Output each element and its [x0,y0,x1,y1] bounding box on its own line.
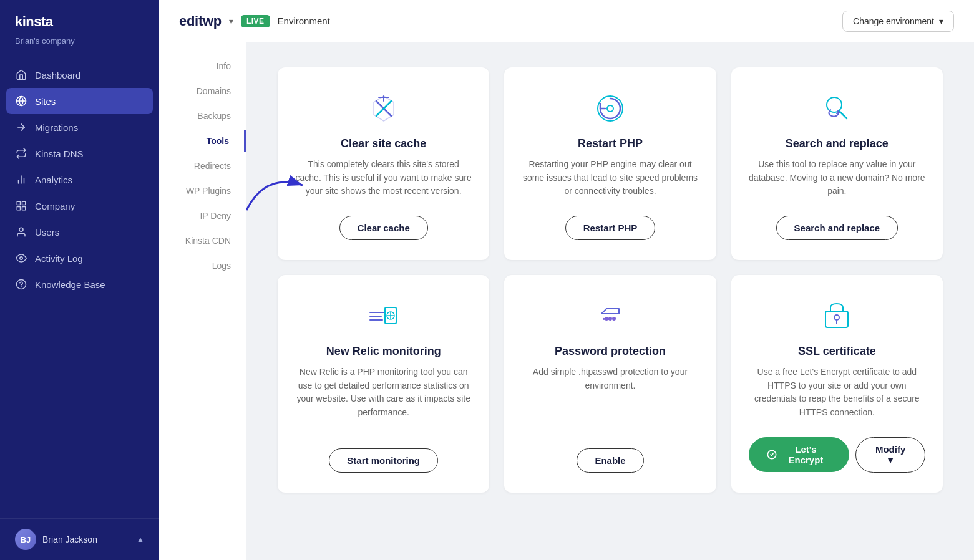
change-environment-button[interactable]: Change environment ▾ [842,11,954,32]
search-replace-desc: Use this tool to replace any value in yo… [749,158,925,198]
sidebar-item-knowledge-base-label: Knowledge Base [35,279,105,290]
left-nav-item-ip-deny[interactable]: IP Deny [159,205,246,227]
user-name: Brian Jackson [42,534,130,544]
knowledge-base-icon [15,278,27,291]
password-protection-icon: ••• [592,297,629,335]
avatar: BJ [15,529,36,550]
modify-chevron-icon: ▾ [888,455,893,465]
tool-card-ssl: SSL certificate Use a free Let's Encrypt… [731,275,943,493]
restart-php-icon [592,90,629,127]
logo: kinsta [0,0,159,35]
sidebar-item-users[interactable]: Users [0,219,159,245]
left-nav-item-info[interactable]: Info [159,55,246,77]
tool-card-password-protection: ••• Password protection Add simple .htpa… [504,275,716,493]
sidebar-item-knowledge-base[interactable]: Knowledge Base [0,271,159,297]
enable-password-button[interactable]: Enable [577,448,643,473]
modify-label: Modify [875,444,905,455]
ssl-desc: Use a free Let's Encrypt certificate to … [749,365,925,420]
new-relic-title: New Relic monitoring [326,345,441,358]
restart-php-desc: Restarting your PHP engine may clear out… [522,158,698,198]
sidebar-item-users-label: Users [35,227,59,238]
sidebar-item-analytics[interactable]: Analytics [0,167,159,193]
sidebar-item-kinsta-dns[interactable]: Kinsta DNS [0,140,159,167]
site-chevron-icon[interactable]: ▾ [229,16,233,26]
svg-point-30 [612,317,616,321]
new-relic-desc: New Relic is a PHP monitoring tool you c… [295,365,472,431]
tool-card-search-replace: Search and replace Use this tool to repl… [731,67,943,260]
site-name: editwp [179,13,222,29]
sidebar-item-migrations[interactable]: Migrations [0,114,159,140]
clear-cache-title: Clear site cache [341,137,426,150]
lets-encrypt-button[interactable]: Let's Encrypt [749,437,850,472]
topbar: editwp ▾ LIVE Environment Change environ… [159,0,974,42]
tool-card-clear-cache: Clear site cache This completely clears … [278,67,489,260]
password-protection-desc: Add simple .htpasswd protection to your … [522,365,698,431]
ssl-icon [818,297,855,335]
search-replace-title: Search and replace [786,137,889,150]
change-env-label: Change environment [853,16,934,26]
sidebar-item-company-label: Company [35,201,75,211]
ssl-title: SSL certificate [798,345,876,358]
start-monitoring-button[interactable]: Start monitoring [329,448,438,473]
tools-area: Clear site cache This completely clears … [246,42,974,560]
sidebar-item-analytics-label: Analytics [35,175,72,185]
logo-text: kinsta [15,14,144,30]
company-name: Brian's company [0,35,159,57]
svg-rect-9 [22,207,26,210]
svg-point-10 [19,228,23,231]
left-nav-item-wp-plugins[interactable]: WP Plugins [159,180,246,202]
tool-card-new-relic: New Relic monitoring New Relic is a PHP … [278,275,489,493]
left-nav-item-kinsta-cdn[interactable]: Kinsta CDN [159,229,246,252]
chevron-up-icon[interactable]: ▲ [137,535,144,544]
tool-card-restart-php: Restart PHP Restarting your PHP engine m… [504,67,716,260]
globe-icon [15,95,27,107]
svg-point-18 [607,105,613,112]
sidebar-item-sites[interactable]: Sites [6,88,153,114]
svg-line-20 [839,111,847,118]
content-area: Info Domains Backups Tools Redirects WP … [159,42,974,560]
sidebar-item-dashboard[interactable]: Dashboard [0,62,159,88]
check-circle-icon [767,450,777,460]
migrations-icon [15,121,27,133]
sidebar-footer[interactable]: BJ Brian Jackson ▲ [0,518,159,560]
svg-point-34 [834,315,839,320]
sidebar-item-migrations-label: Migrations [35,122,78,133]
company-icon [15,200,27,212]
new-relic-icon [365,297,402,335]
left-nav-item-domains[interactable]: Domains [159,80,246,102]
svg-point-11 [20,257,23,260]
modify-button[interactable]: Modify ▾ [855,437,925,473]
clear-cache-button[interactable]: Clear cache [339,216,428,240]
svg-rect-8 [17,207,20,210]
live-badge: LIVE [241,15,270,27]
sidebar-item-activity-log[interactable]: Activity Log [0,245,159,271]
left-nav-item-logs[interactable]: Logs [159,254,246,277]
left-nav-item-redirects[interactable]: Redirects [159,155,246,177]
sidebar: kinsta Brian's company Dashboard Sites M… [0,0,159,560]
search-replace-icon [818,90,855,127]
chevron-down-icon: ▾ [939,16,943,26]
password-protection-title: Password protection [555,345,666,358]
main-content: editwp ▾ LIVE Environment Change environ… [159,0,974,560]
left-nav-item-backups[interactable]: Backups [159,105,246,127]
left-nav: Info Domains Backups Tools Redirects WP … [159,42,246,560]
svg-text:•••: ••• [603,315,610,322]
svg-rect-6 [17,201,20,205]
house-icon [15,69,27,81]
dns-icon [15,147,27,160]
analytics-icon [15,173,27,186]
sidebar-item-activity-log-label: Activity Log [35,253,83,264]
users-icon [15,226,27,238]
svg-point-19 [827,97,842,112]
sidebar-item-company[interactable]: Company [0,193,159,219]
activity-log-icon [15,252,27,264]
restart-php-button[interactable]: Restart PHP [565,216,656,240]
search-replace-button[interactable]: Search and replace [776,216,899,240]
sidebar-item-kinsta-dns-label: Kinsta DNS [35,148,84,159]
tools-grid: Clear site cache This completely clears … [278,67,943,493]
left-nav-item-tools[interactable]: Tools [159,130,246,152]
sidebar-item-dashboard-label: Dashboard [35,70,80,80]
sidebar-nav: Dashboard Sites Migrations Kinsta DNS An [0,57,159,518]
sidebar-item-sites-label: Sites [35,96,56,107]
clear-cache-desc: This completely clears this site's store… [295,158,472,198]
